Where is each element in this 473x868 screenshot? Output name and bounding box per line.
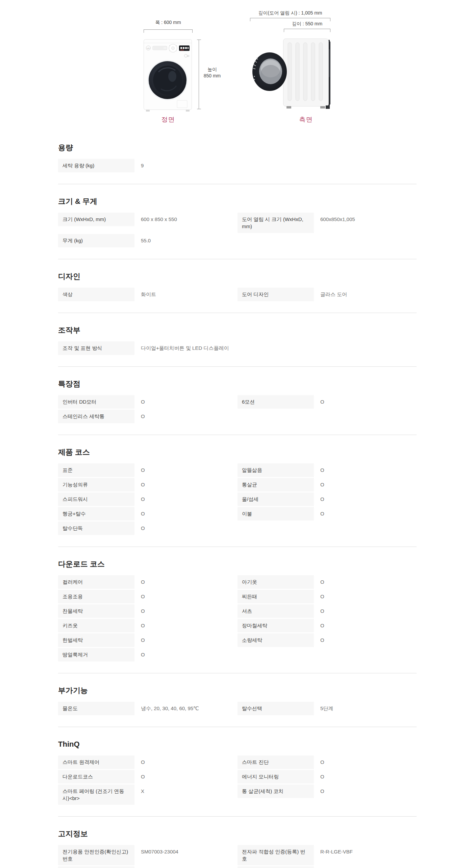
spec-label: 스마트 페어링 (건조기 연동 시)<br> [58, 785, 134, 805]
spec-section: ThinQ 스마트 원격제어 O 스마트 진단 O 다운로드코스 O 에너지 모… [58, 727, 417, 817]
spec-row: 탈수단독 O [58, 522, 237, 535]
spec-value: 55.0 [134, 234, 237, 244]
spec-value: O [314, 633, 417, 644]
spec-section: 제품 코스 표준 O 알뜰삶음 O 기능성의류 O 통살균 O 스피드워시 O … [58, 435, 417, 547]
spec-label: 키즈옷 [58, 619, 134, 632]
spec-value: 다이얼+풀터치버튼 및 LED 디스플레이 [134, 341, 237, 352]
spec-value: O [314, 755, 417, 766]
spec-section: 크기 & 무게 크기 (WxHxD, mm) 600 x 850 x 550 도… [58, 184, 417, 259]
spec-row: 물온도 냉수, 20, 30, 40, 60, 95℃ [58, 702, 237, 715]
spec-value: SM07003-23004 [134, 845, 237, 855]
front-width-dimension-label: 폭 : 600 mm [144, 20, 193, 26]
spec-value: O [134, 755, 237, 766]
spec-label: 스마트 진단 [238, 755, 314, 769]
spec-value: O [134, 410, 237, 420]
spec-value: O [134, 478, 237, 488]
spec-label: 알뜰삶음 [238, 463, 314, 477]
spec-label: 정격전압 [238, 866, 314, 868]
section-rows: 컬러케어 O 아기옷 O 조용조용 O 찌든때 O 찬물세탁 O 셔츠 O 키즈… [58, 575, 417, 661]
spec-value: 냉수, 20, 30, 40, 60, 95℃ [134, 702, 237, 712]
washer-side-image [249, 37, 331, 112]
section-rows: 전기용품 안전인증(확인신고) 번호 SM07003-23004 전자파 적합성… [58, 845, 417, 868]
spec-row: 알뜰삶음 O [238, 463, 417, 477]
spec-section: 용량 세탁 용량 (kg) 9 [58, 135, 417, 184]
spec-row: 정격전압 220V / 60Hz [238, 866, 417, 868]
spec-value: O [134, 522, 237, 532]
washer-front-image: LG 10 [143, 37, 192, 113]
spec-row: 헹굼+탈수 O [58, 507, 237, 521]
spec-label: 도어 열림 시 크기 (WxHxD, mm) [238, 213, 314, 233]
svg-text:10: 10 [187, 55, 190, 57]
spec-label: 장마철세탁 [238, 619, 314, 632]
section-rows: 크기 (WxHxD, mm) 600 x 850 x 550 도어 열림 시 크… [58, 213, 417, 247]
spec-row: 셔츠 O [238, 604, 417, 618]
spec-row: 다운로드코스 O [58, 770, 237, 783]
spec-row: 스마트 페어링 (건조기 연동 시)<br> X [58, 785, 237, 805]
spec-value: 600 x 850 x 550 [134, 213, 237, 223]
spec-label: 세탁 용량 (kg) [58, 159, 134, 172]
spec-label: 에너지 모니터링 [238, 770, 314, 783]
spec-label: 찬물세탁 [58, 604, 134, 618]
spec-value: O [314, 463, 417, 474]
section-rows: 조작 및 표현 방식 다이얼+풀터치버튼 및 LED 디스플레이 [58, 341, 417, 355]
spec-value: 9 [134, 159, 237, 169]
side-depth-open-dimension-label: 깊이(도어 열림 시) : 1,005 mm [236, 10, 344, 16]
spec-row: 전자파 적합성 인증(등록) 번호 R-R-LGE-VBF [238, 845, 417, 865]
section-title: 조작부 [58, 326, 417, 335]
spec-label: 도어 디자인 [238, 288, 314, 301]
spec-row: 표준 O [58, 463, 237, 477]
spec-label: 통살균 [238, 478, 314, 491]
spec-value: 5단계 [314, 702, 417, 712]
spec-label: 한벌세탁 [58, 633, 134, 647]
spec-value: X [134, 785, 237, 795]
front-height-dimension-label: 높이 850 mm [202, 66, 222, 79]
spec-label: 이불 [238, 507, 314, 521]
spec-row: 스테인리스 세탁통 O [58, 410, 237, 423]
spec-value: O [314, 785, 417, 795]
spec-row: 에너지 소비효율등급 2등급 [58, 866, 237, 868]
side-depth-dimension-line [284, 29, 330, 29]
spec-label: 다운로드코스 [58, 770, 134, 783]
spec-label: 조용조용 [58, 590, 134, 603]
spec-label: 에너지 소비효율등급 [58, 866, 134, 868]
spec-label: 아기옷 [238, 575, 314, 589]
spec-label: 스피드워시 [58, 492, 134, 506]
spec-row: 스마트 원격제어 O [58, 755, 237, 769]
spec-section: 고지정보 전기용품 안전인증(확인신고) 번호 SM07003-23004 전자… [58, 817, 417, 868]
spec-value: O [314, 770, 417, 780]
spec-row: 조작 및 표현 방식 다이얼+풀터치버튼 및 LED 디스플레이 [58, 341, 417, 355]
spec-label: 찌든때 [238, 590, 314, 603]
spec-row: 아기옷 O [238, 575, 417, 589]
side-view-caption: 측면 [283, 115, 329, 124]
spec-row: 세탁 용량 (kg) 9 [58, 159, 417, 172]
spec-row: 스마트 진단 O [238, 755, 417, 769]
spec-row: 통 살균(세척) 코치 O [238, 785, 417, 798]
spec-row: 전기용품 안전인증(확인신고) 번호 SM07003-23004 [58, 845, 237, 865]
spec-value: O [134, 507, 237, 517]
spec-sections: 용량 세탁 용량 (kg) 9 크기 & 무게 크기 (WxHxD, mm) 6… [58, 135, 417, 868]
spec-row: 도어 디자인 글라스 도어 [238, 288, 417, 301]
section-rows: 색상 화이트 도어 디자인 글라스 도어 [58, 288, 417, 301]
spec-row: 컬러케어 O [58, 575, 237, 589]
section-rows: 세탁 용량 (kg) 9 [58, 159, 417, 172]
spec-value: O [314, 575, 417, 585]
spec-section: 특장점 인버터 DD모터 O 6모션 O 스테인리스 세탁통 O [58, 367, 417, 435]
svg-text:LG: LG [147, 47, 150, 49]
spec-label: 탈수단독 [58, 522, 134, 535]
spec-value: O [314, 478, 417, 488]
spec-section: 조작부 조작 및 표현 방식 다이얼+풀터치버튼 및 LED 디스플레이 [58, 313, 417, 367]
section-title: 크기 & 무게 [58, 197, 417, 206]
spec-label: 6모션 [238, 395, 314, 409]
spec-section: 부가기능 물온도 냉수, 20, 30, 40, 60, 95℃ 탈수선택 5단… [58, 673, 417, 727]
side-depth-open-dimension-line [250, 18, 330, 18]
spec-row: 색상 화이트 [58, 288, 237, 301]
spec-value: O [134, 604, 237, 614]
section-title: 용량 [58, 143, 417, 152]
spec-label: 인버터 DD모터 [58, 395, 134, 409]
spec-label: 기능성의류 [58, 478, 134, 491]
spec-row: 울/섬세 O [238, 492, 417, 506]
spec-value: O [314, 507, 417, 517]
spec-label: 전자파 적합성 인증(등록) 번호 [238, 845, 314, 865]
spec-value: O [134, 770, 237, 780]
spec-row: 크기 (WxHxD, mm) 600 x 850 x 550 [58, 213, 237, 226]
